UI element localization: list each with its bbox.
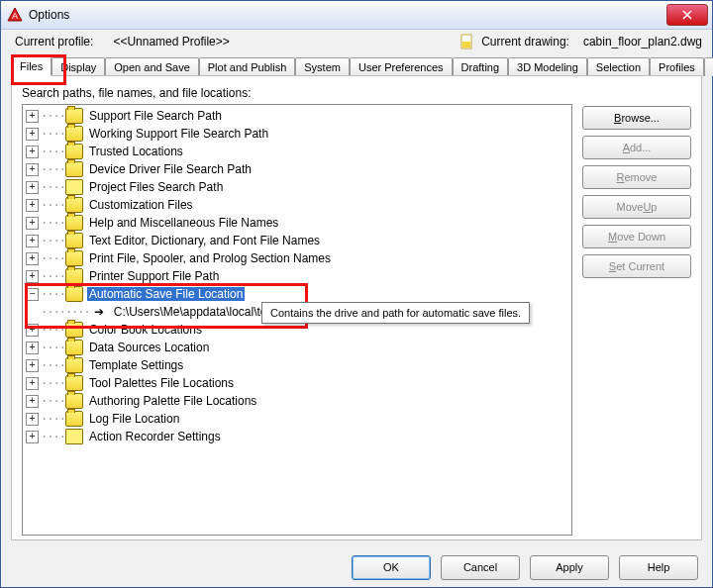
tree-item[interactable]: +····Print File, Spooler, and Prolog Sec… xyxy=(23,249,571,267)
tree-item[interactable]: +····Device Driver File Search Path xyxy=(23,160,571,178)
tab-system[interactable]: System xyxy=(295,57,350,76)
window-title: Options xyxy=(29,8,666,22)
tooltip: Contains the drive and path for automati… xyxy=(261,302,530,324)
tree-item-label: Log File Location xyxy=(87,412,181,426)
tab-display[interactable]: Display xyxy=(51,57,105,76)
current-profile-label: Current profile: xyxy=(15,35,93,49)
tree-item[interactable]: +····Text Editor, Dictionary, and Font F… xyxy=(23,232,571,249)
tree-item[interactable]: +····Working Support File Search Path xyxy=(23,125,571,143)
add-button: Add... xyxy=(582,136,691,159)
tree-item-label: Color Book Locations xyxy=(87,323,204,337)
help-button[interactable]: Help xyxy=(619,555,698,580)
move-up-button: Move Up xyxy=(582,195,691,219)
app-icon: A xyxy=(7,7,23,23)
browse-button[interactable]: Browse... xyxy=(582,106,691,130)
tree-item-label: Trusted Locations xyxy=(87,145,185,158)
tab-profiles[interactable]: Profiles xyxy=(650,57,704,76)
titlebar: A Options xyxy=(1,1,712,30)
tree-item-label: Print File, Spooler, and Prolog Section … xyxy=(87,251,333,265)
expander-icon[interactable]: + xyxy=(26,146,39,158)
options-dialog: A Options Current profile: <<Unnamed Pro… xyxy=(0,0,713,588)
current-profile-value: <<Unnamed Profile>> xyxy=(113,35,229,49)
expander-icon[interactable]: + xyxy=(26,181,39,194)
folder-icon xyxy=(65,250,83,266)
path-arrow-icon: ➔ xyxy=(90,305,108,319)
tab-drafting[interactable]: Drafting xyxy=(453,57,509,76)
remove-button: Remove xyxy=(582,165,691,189)
folder-icon xyxy=(65,233,83,248)
folder-icon xyxy=(65,357,83,373)
tree-item[interactable]: +····Tool Palettes File Locations xyxy=(23,374,571,392)
folder-icon xyxy=(65,197,83,213)
tree-item-label: Text Editor, Dictionary, and Font File N… xyxy=(87,234,322,247)
tree-item[interactable]: +····Authoring Palette File Locations xyxy=(23,392,571,410)
tree-item[interactable]: +····Data Sources Location xyxy=(23,339,571,356)
svg-text:A: A xyxy=(12,11,18,21)
expander-icon[interactable]: + xyxy=(26,270,39,283)
tab-3d-modeling[interactable]: 3D Modeling xyxy=(508,57,587,76)
tree-item[interactable]: −····Automatic Save File Location xyxy=(23,285,571,303)
tree-item[interactable]: +····Action Recorder Settings xyxy=(23,428,571,445)
current-drawing-label: Current drawing: xyxy=(481,35,569,49)
side-buttons: Browse...Add...RemoveMove UpMove DownSet… xyxy=(582,104,691,536)
folder-icon xyxy=(65,161,83,177)
tab-online[interactable]: Online xyxy=(704,57,713,76)
expander-icon[interactable]: + xyxy=(26,431,39,443)
expander-icon[interactable]: + xyxy=(26,359,39,372)
expander-icon[interactable]: + xyxy=(26,217,39,230)
tree-item-label: Support File Search Path xyxy=(87,109,224,123)
tree-item-label: Project Files Search Path xyxy=(87,180,225,194)
tree-item[interactable]: +····Trusted Locations xyxy=(23,143,571,160)
tree-item-label: Data Sources Location xyxy=(87,341,211,354)
dwg-icon xyxy=(459,34,475,49)
tab-selection[interactable]: Selection xyxy=(587,57,650,76)
tree-item-label: Device Driver File Search Path xyxy=(87,162,254,176)
expander-icon[interactable]: + xyxy=(26,128,39,141)
folder-icon xyxy=(65,411,83,427)
folder-icon xyxy=(65,215,83,231)
expander-icon[interactable]: + xyxy=(26,377,39,390)
tree-item[interactable]: +····Template Settings xyxy=(23,356,571,374)
tree-item-label: Action Recorder Settings xyxy=(87,430,223,443)
tab-user-preferences[interactable]: User Preferences xyxy=(350,57,453,76)
folder-icon xyxy=(65,268,83,284)
tree-item-label: Authoring Palette File Locations xyxy=(87,394,258,408)
tab-plot-and-publish[interactable]: Plot and Publish xyxy=(199,57,296,76)
tree-item[interactable]: +····Customization Files xyxy=(23,196,571,214)
tree-item[interactable]: +····Help and Miscellaneous File Names xyxy=(23,214,571,232)
tree-item-label: Tool Palettes File Locations xyxy=(87,376,236,390)
tab-files[interactable]: Files xyxy=(11,56,51,76)
expander-icon[interactable]: + xyxy=(26,342,39,354)
expander-icon[interactable]: + xyxy=(26,324,39,337)
expander-icon[interactable]: + xyxy=(26,110,39,123)
sheet-icon xyxy=(65,179,83,195)
apply-button[interactable]: Apply xyxy=(530,555,609,580)
tree-item-label: Template Settings xyxy=(87,358,185,372)
files-panel: Search paths, file names, and file locat… xyxy=(11,75,702,540)
expander-icon[interactable]: − xyxy=(26,288,39,301)
expander-icon[interactable]: + xyxy=(26,395,39,408)
tree-item-label: Customization Files xyxy=(87,198,195,212)
expander-icon[interactable]: + xyxy=(26,163,39,176)
expander-icon[interactable]: + xyxy=(26,235,39,247)
folder-icon xyxy=(65,375,83,391)
expander-icon[interactable]: + xyxy=(26,199,39,212)
tree-item[interactable]: +····Support File Search Path xyxy=(23,107,571,125)
expander-icon[interactable]: + xyxy=(26,413,39,426)
tree-item[interactable]: +····Printer Support File Path xyxy=(23,267,571,285)
profile-row: Current profile: <<Unnamed Profile>> Cur… xyxy=(1,30,712,55)
svg-rect-3 xyxy=(462,42,470,48)
tabs: FilesDisplayOpen and SavePlot and Publis… xyxy=(1,55,712,75)
footer: OKCancelApplyHelp xyxy=(1,547,712,587)
expander-icon[interactable]: + xyxy=(26,252,39,265)
tree-item-label: Automatic Save File Location xyxy=(87,287,245,301)
tab-open-and-save[interactable]: Open and Save xyxy=(105,57,198,76)
set-current-button: Set Current xyxy=(582,254,691,278)
folder-icon xyxy=(65,340,83,355)
ok-button[interactable]: OK xyxy=(352,555,431,580)
folder-icon xyxy=(65,393,83,409)
cancel-button[interactable]: Cancel xyxy=(441,555,520,580)
tree-item[interactable]: +····Log File Location xyxy=(23,410,571,428)
close-button[interactable] xyxy=(666,4,708,26)
tree-item[interactable]: +····Project Files Search Path xyxy=(23,178,571,196)
